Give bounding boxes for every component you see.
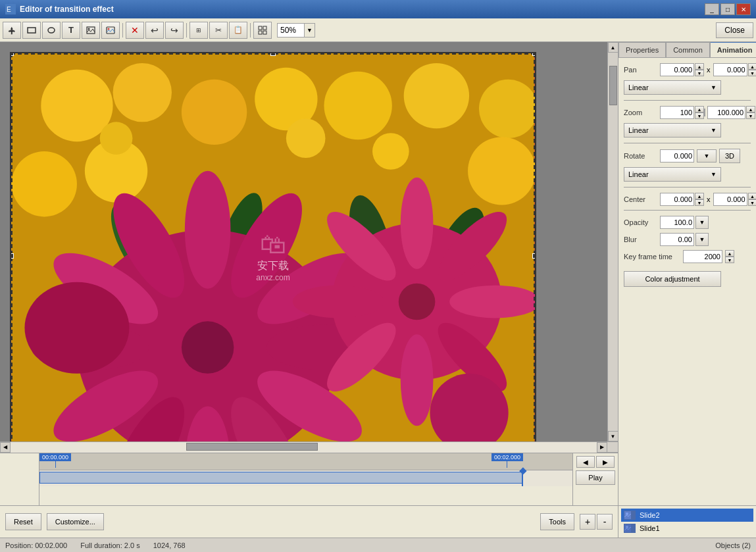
center-y-input[interactable] — [713, 193, 747, 206]
center-y-down[interactable]: ▼ — [748, 199, 757, 206]
center-x-spinner: ▲ ▼ — [695, 193, 704, 206]
divider4 — [624, 210, 751, 211]
zoom-input[interactable]: 50% — [278, 24, 304, 37]
zoom-value-input[interactable] — [660, 106, 694, 119]
status-bar: Position: 00:02.000 Full duration: 2.0 s… — [0, 538, 756, 552]
redo-button[interactable]: ↪ — [165, 22, 184, 39]
delete-button[interactable]: ✕ — [126, 22, 144, 39]
pan-x-input[interactable] — [660, 63, 694, 76]
add-item-button[interactable]: + — [580, 514, 595, 530]
zoom-interpolation-select[interactable]: Linear ▼ — [624, 123, 721, 138]
zoom-right-down[interactable]: ▼ — [746, 113, 755, 119]
canvas-image[interactable]: 🛍 安下载 anxz.com — [10, 52, 536, 441]
image-tool-button[interactable] — [82, 22, 100, 39]
keyframe-input[interactable] — [683, 250, 722, 263]
slide2-label: Slide2 — [640, 511, 660, 519]
close-editor-button[interactable]: Close — [716, 22, 753, 38]
handle-top-middle[interactable] — [270, 52, 276, 56]
scroll-left-button[interactable]: ◀ — [0, 442, 11, 453]
zoom-down[interactable]: ▼ — [695, 113, 704, 119]
keyframe-label: Key frame time — [624, 253, 683, 261]
scroll-track-horizontal[interactable] — [11, 442, 597, 453]
center-y-up[interactable]: ▲ — [748, 193, 757, 199]
keyframe-down[interactable]: ▼ — [725, 257, 734, 263]
move-tool-button[interactable]: ✥ — [3, 22, 21, 39]
zoom-dropdown-button[interactable]: ▼ — [304, 24, 315, 37]
pan-interpolation-select[interactable]: Linear ▼ — [624, 80, 721, 95]
center-x-input[interactable] — [660, 193, 694, 206]
tab-common[interactable]: Common — [666, 42, 710, 57]
horizontal-scrollbar[interactable]: ◀ ▶ — [0, 441, 618, 452]
rotate-interpolation-select[interactable]: Linear ▼ — [624, 167, 721, 182]
image2-tool-button[interactable] — [101, 22, 120, 39]
scroll-thumb-horizontal[interactable] — [186, 443, 318, 451]
rect-tool-button[interactable] — [22, 22, 41, 39]
slide-item-slide1[interactable]: Slide1 — [621, 522, 753, 535]
zoom-label: Zoom — [624, 109, 660, 116]
svg-rect-59 — [624, 511, 631, 519]
timeline-main[interactable]: 00:00.000 00:02.000 — [39, 453, 572, 505]
keyframe-up[interactable]: ▲ — [725, 250, 734, 257]
close-button[interactable]: ✕ — [736, 3, 751, 15]
handle-top-left[interactable] — [10, 52, 14, 56]
opacity-controls: ▼ — [660, 216, 709, 229]
blur-dropdown[interactable]: ▼ — [695, 233, 709, 246]
right-panel: Properties Common Animation Pan ▲ ▼ x — [618, 42, 756, 538]
text-tool-button[interactable]: T — [62, 22, 80, 39]
zoom-right-up[interactable]: ▲ — [746, 106, 755, 113]
tools-button[interactable]: Tools — [540, 513, 574, 530]
copy-format-button[interactable]: ⊞ — [189, 22, 208, 39]
center-label: Center — [624, 195, 660, 203]
maximize-button[interactable]: □ — [720, 3, 735, 15]
canvas-container[interactable]: 🛍 安下载 anxz.com — [0, 42, 607, 441]
scroll-right-button[interactable]: ▶ — [597, 442, 607, 453]
pan-y-down[interactable]: ▼ — [748, 70, 757, 76]
opacity-input[interactable] — [660, 216, 694, 229]
scroll-up-button[interactable]: ▲ — [608, 42, 618, 53]
opacity-label: Opacity — [624, 218, 660, 226]
rotate-dropdown[interactable]: ▼ — [697, 149, 717, 163]
timeline-bottom: Reset Customize... Tools + - — [0, 505, 618, 538]
center-x-down[interactable]: ▼ — [695, 199, 704, 206]
paste-button[interactable]: 📋 — [229, 22, 247, 39]
center-x-up[interactable]: ▲ — [695, 193, 704, 199]
cut-button[interactable]: ✂ — [209, 22, 228, 39]
zoom-lock-checkbox[interactable] — [704, 109, 705, 116]
handle-top-right[interactable] — [532, 52, 536, 56]
minimize-button[interactable]: _ — [705, 3, 719, 15]
pan-x-up[interactable]: ▲ — [695, 63, 704, 70]
start-time-marker: 00:00.000 — [39, 453, 71, 461]
grid-button[interactable] — [253, 22, 272, 39]
zoom-right-input[interactable] — [707, 106, 745, 119]
pan-x-down[interactable]: ▼ — [695, 70, 704, 76]
rotate-input[interactable] — [660, 149, 694, 163]
timeline-next-button[interactable]: ▶ — [596, 456, 615, 468]
rotate-3d-button[interactable]: 3D — [719, 149, 740, 163]
slide-item-slide2[interactable]: Slide2 — [621, 509, 753, 522]
tab-properties[interactable]: Properties — [618, 42, 666, 57]
remove-item-button[interactable]: - — [597, 514, 613, 530]
blur-input[interactable] — [660, 233, 694, 246]
pan-x-spinner: ▲ ▼ — [695, 63, 704, 76]
blur-row: Blur ▼ — [624, 233, 751, 246]
opacity-dropdown[interactable]: ▼ — [695, 216, 709, 229]
pan-linear-row: Linear ▼ — [624, 80, 751, 95]
zoom-up[interactable]: ▲ — [695, 106, 704, 113]
reset-button[interactable]: Reset — [5, 513, 41, 530]
undo-button[interactable]: ↩ — [145, 22, 164, 39]
play-button[interactable]: Play — [576, 470, 615, 485]
tab-animation[interactable]: Animation — [710, 42, 756, 57]
pan-y-up[interactable]: ▲ — [748, 63, 757, 70]
customize-button[interactable]: Customize... — [47, 513, 104, 530]
scroll-down-button[interactable]: ▼ — [608, 431, 618, 441]
pan-interpolation-value: Linear — [628, 84, 649, 91]
handle-middle-right[interactable] — [532, 253, 536, 259]
handle-middle-left[interactable] — [10, 253, 14, 259]
scroll-thumb-vertical[interactable] — [609, 66, 617, 105]
timeline-prev-button[interactable]: ◀ — [576, 456, 595, 468]
ellipse-tool-button[interactable] — [42, 22, 61, 39]
color-adjustment-button[interactable]: Color adjustment — [624, 271, 721, 287]
zoom-spinner: ▲ ▼ — [695, 106, 704, 119]
pan-y-input[interactable] — [713, 63, 747, 76]
vertical-scrollbar[interactable]: ▲ ▼ — [607, 42, 618, 441]
